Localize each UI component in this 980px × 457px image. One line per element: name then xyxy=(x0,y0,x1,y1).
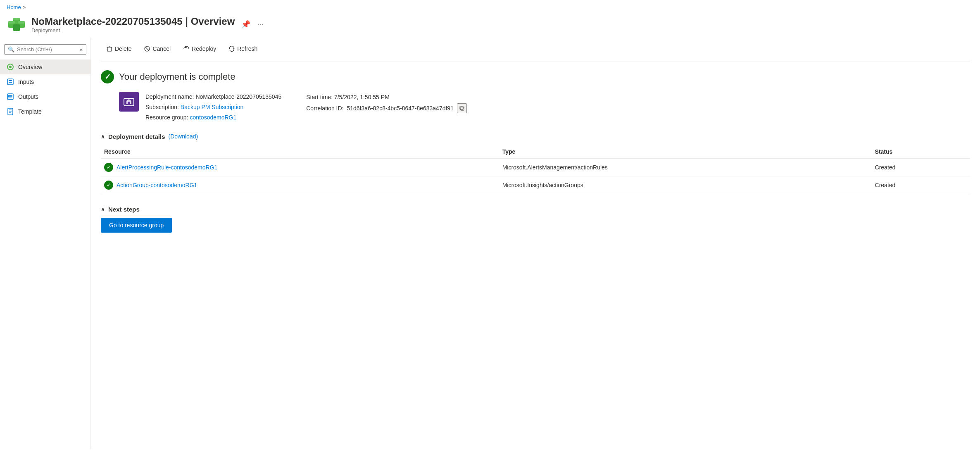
table-row: ✓ AlertProcessingRule-contosodemoRG1 Mic… xyxy=(101,158,970,176)
sidebar-item-overview-label: Overview xyxy=(18,64,42,70)
resource-link[interactable]: ActionGroup-contosodemoRG1 xyxy=(117,182,197,188)
redeploy-label: Redeploy xyxy=(192,45,216,52)
copy-icon xyxy=(459,106,464,111)
next-steps-header: ∧ Next steps xyxy=(101,206,970,213)
sidebar: 🔍 « Overview Inputs Outputs T xyxy=(0,38,91,449)
next-steps-section: ∧ Next steps Go to resource group xyxy=(101,206,970,233)
type-cell: Microsoft.Insights/actionGroups xyxy=(499,176,872,194)
inputs-icon xyxy=(7,78,14,86)
redeploy-button[interactable]: Redeploy xyxy=(178,43,221,55)
deployment-details-section: ∧ Deployment details (Download) Resource… xyxy=(101,133,970,194)
collapse-sidebar-button[interactable]: « xyxy=(80,46,83,52)
table-row: ✓ ActionGroup-contosodemoRG1 Microsoft.I… xyxy=(101,176,970,194)
search-icon: 🔍 xyxy=(8,46,14,52)
table-body: ✓ AlertProcessingRule-contosodemoRG1 Mic… xyxy=(101,158,970,194)
deployment-details-title: Deployment details xyxy=(108,133,165,140)
sidebar-item-outputs[interactable]: Outputs xyxy=(0,89,90,104)
breadcrumb-home[interactable]: Home xyxy=(7,4,21,10)
deployment-details-header: ∧ Deployment details (Download) xyxy=(101,133,970,140)
subscription-row: Subscription: Backup PM Subscription xyxy=(145,102,281,112)
svg-rect-11 xyxy=(9,82,12,83)
correlation-label: Correlation ID: xyxy=(306,103,343,114)
search-bar: 🔍 « xyxy=(4,44,86,55)
deployment-meta: Deployment name: NoMarketplace-202207051… xyxy=(119,92,970,123)
meta-right: Start time: 7/5/2022, 1:50:55 PM Correla… xyxy=(306,92,467,123)
collapse-next-steps-button[interactable]: ∧ xyxy=(101,206,105,212)
more-options-icon[interactable]: ··· xyxy=(255,19,265,31)
start-time-row: Start time: 7/5/2022, 1:50:55 PM xyxy=(306,92,467,103)
refresh-icon xyxy=(228,45,235,52)
name-value: NoMarketplace-20220705135045 xyxy=(195,93,281,100)
deployment-status-title: Your deployment is complete xyxy=(119,71,235,82)
cancel-icon xyxy=(144,45,150,52)
breadcrumb: Home > xyxy=(0,0,980,12)
sidebar-item-template[interactable]: Template xyxy=(0,104,90,119)
download-link[interactable]: (Download) xyxy=(169,133,198,140)
sidebar-item-inputs-label: Inputs xyxy=(18,79,34,85)
deployment-icon xyxy=(7,14,26,34)
outputs-icon xyxy=(7,93,14,100)
deployment-details-table: Resource Type Status ✓ AlertProcessingRu… xyxy=(101,145,970,194)
page-title: NoMarketplace-20220705135045 | Overview xyxy=(31,16,235,27)
resource-group-value[interactable]: contosodemoRG1 xyxy=(190,114,236,121)
breadcrumb-sep: > xyxy=(23,4,26,10)
refresh-button[interactable]: Refresh xyxy=(223,43,263,55)
subscription-value[interactable]: Backup PM Subscription xyxy=(181,104,244,110)
svg-line-24 xyxy=(145,47,149,50)
col-resource: Resource xyxy=(101,145,499,159)
resource-link[interactable]: AlertProcessingRule-contosodemoRG1 xyxy=(117,164,217,171)
type-cell: Microsoft.AlertsManagement/actionRules xyxy=(499,158,872,176)
col-status: Status xyxy=(872,145,970,159)
sidebar-item-outputs-label: Outputs xyxy=(18,93,38,100)
collapse-details-button[interactable]: ∧ xyxy=(101,133,105,140)
page-header: NoMarketplace-20220705135045 | Overview … xyxy=(0,12,980,38)
resource-group-label: Resource group: xyxy=(145,114,188,121)
template-icon xyxy=(7,108,14,115)
svg-point-8 xyxy=(9,66,12,68)
resource-cell: ✓ AlertProcessingRule-contosodemoRG1 xyxy=(101,158,499,176)
toolbar: Delete Cancel Redeploy Refresh xyxy=(101,38,970,62)
redeploy-icon xyxy=(183,45,190,52)
header-text: NoMarketplace-20220705135045 | Overview … xyxy=(31,16,235,33)
start-time-value: 7/5/2022, 1:50:55 PM xyxy=(334,94,390,100)
resource-cell: ✓ ActionGroup-contosodemoRG1 xyxy=(101,176,499,194)
delete-label: Delete xyxy=(115,45,131,52)
overview-icon xyxy=(7,63,14,71)
delete-icon xyxy=(106,45,113,52)
table-header: Resource Type Status xyxy=(101,145,970,159)
meta-left: Deployment name: NoMarketplace-202207051… xyxy=(119,92,281,123)
delete-button[interactable]: Delete xyxy=(101,43,137,55)
sidebar-item-inputs[interactable]: Inputs xyxy=(0,74,90,89)
cancel-button[interactable]: Cancel xyxy=(138,43,176,55)
success-icon: ✓ xyxy=(101,70,114,83)
correlation-row: Correlation ID: 51d6f3a6-82c8-4bc5-8647-… xyxy=(306,103,467,114)
cancel-label: Cancel xyxy=(152,45,171,52)
correlation-value: 51d6f3a6-82c8-4bc5-8647-8e683a47df91 xyxy=(347,103,454,114)
pin-icon[interactable]: 📌 xyxy=(240,18,252,31)
header-actions: 📌 ··· xyxy=(240,18,265,31)
svg-rect-10 xyxy=(9,80,12,81)
main-content: Delete Cancel Redeploy Refresh ✓ Your de… xyxy=(91,38,980,449)
svg-rect-31 xyxy=(460,106,463,109)
page-subtitle: Deployment xyxy=(31,27,235,33)
search-input[interactable] xyxy=(17,46,71,52)
meta-fields-left: Deployment name: NoMarketplace-202207051… xyxy=(145,92,281,123)
col-type: Type xyxy=(499,145,872,159)
svg-rect-3 xyxy=(13,24,20,31)
go-to-resource-group-button[interactable]: Go to resource group xyxy=(101,218,172,233)
svg-rect-20 xyxy=(107,47,112,51)
deployment-name-row: Deployment name: NoMarketplace-202207051… xyxy=(145,92,281,102)
refresh-label: Refresh xyxy=(237,45,257,52)
start-time-label: Start time: xyxy=(306,94,333,100)
svg-rect-16 xyxy=(8,108,13,115)
deployment-status-header: ✓ Your deployment is complete xyxy=(101,70,970,83)
sidebar-item-template-label: Template xyxy=(18,108,42,115)
next-steps-title: Next steps xyxy=(108,206,140,213)
svg-rect-4 xyxy=(8,21,15,24)
name-label: Deployment name: xyxy=(145,93,194,100)
main-layout: 🔍 « Overview Inputs Outputs T xyxy=(0,38,980,449)
resource-group-row: Resource group: contosodemoRG1 xyxy=(145,112,281,123)
svg-rect-29 xyxy=(128,102,130,104)
sidebar-item-overview[interactable]: Overview xyxy=(0,60,90,74)
copy-correlation-button[interactable] xyxy=(457,103,467,113)
